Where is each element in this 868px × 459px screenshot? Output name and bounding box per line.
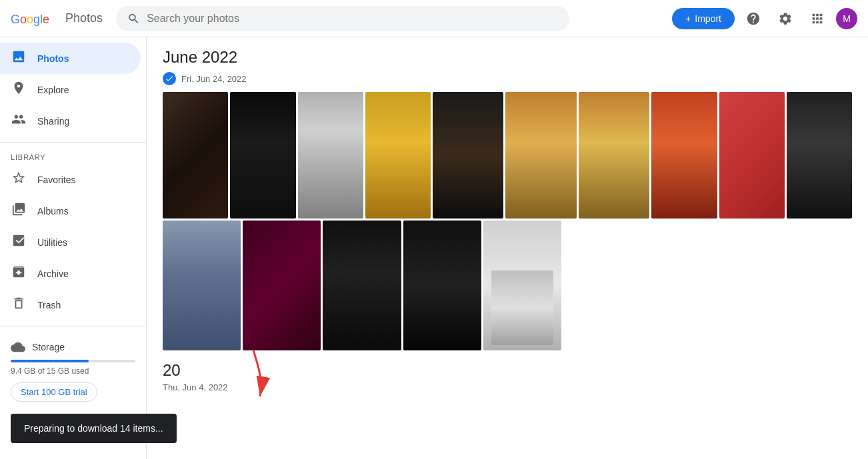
svg-text:Google: Google (11, 13, 49, 26)
storage-bar-fill (11, 360, 89, 362)
section2-title: 20 (163, 361, 852, 380)
sidebar-item-utilities[interactable]: Utilities (0, 227, 141, 258)
help-button[interactable] (740, 5, 767, 32)
search-icon (127, 12, 140, 25)
photo-item[interactable] (163, 92, 228, 219)
photo-item[interactable] (403, 221, 481, 350)
photo-item[interactable] (579, 92, 649, 219)
google-logo-icon: Google (11, 11, 60, 27)
trash-icon (11, 296, 27, 314)
start-trial-button[interactable]: Start 100 GB trial (11, 382, 97, 402)
storage-label: Storage (11, 340, 135, 354)
photo-item[interactable] (483, 221, 561, 350)
search-bar[interactable] (116, 6, 569, 31)
toast-message: Preparing to download 14 items... (24, 423, 163, 434)
photo-item[interactable] (323, 221, 401, 350)
help-icon (746, 11, 761, 26)
utilities-icon (11, 233, 27, 251)
explore-icon (11, 81, 27, 99)
settings-button[interactable] (772, 5, 799, 32)
apps-button[interactable] (804, 5, 831, 32)
sidebar: Photos Explore Sharing LIBRARY Favorites (0, 37, 147, 459)
sidebar-sharing-label: Sharing (37, 116, 69, 127)
search-input[interactable] (147, 13, 558, 25)
archive-icon (11, 264, 27, 282)
sidebar-trash-label: Trash (37, 300, 61, 310)
library-section-label: LIBRARY (0, 148, 146, 164)
photo-item[interactable] (505, 92, 576, 219)
sidebar-utilities-label: Utilities (37, 237, 67, 248)
storage-section: Storage 9.4 GB of 15 GB used Start 100 G… (0, 332, 146, 410)
photos-icon (11, 49, 27, 67)
import-button[interactable]: + Import (672, 8, 735, 29)
sidebar-archive-label: Archive (37, 268, 69, 279)
app-header: Google Photos + Import (0, 0, 868, 37)
sidebar-photos-label: Photos (37, 53, 69, 64)
sidebar-favorites-label: Favorites (37, 175, 76, 185)
section2-date: Thu, Jun 4, 2022 (163, 382, 852, 392)
sidebar-item-favorites[interactable]: Favorites (0, 164, 141, 195)
photo-item[interactable] (365, 92, 431, 219)
sidebar-divider-1 (0, 142, 146, 143)
photo-item[interactable] (651, 92, 717, 219)
date-row-1: Fri, Jun 24, 2022 (163, 72, 852, 85)
sharing-icon (11, 112, 27, 130)
header-actions: + Import M (672, 5, 857, 32)
date-check-icon (163, 72, 176, 85)
sidebar-explore-label: Explore (37, 85, 69, 95)
sidebar-albums-label: Albums (37, 206, 69, 217)
logo[interactable]: Google Photos (11, 11, 103, 27)
sidebar-item-archive[interactable]: Archive (0, 258, 141, 289)
storage-used-text: 9.4 GB of 15 GB used (11, 366, 135, 376)
settings-icon (778, 11, 793, 26)
storage-label-text: Storage (32, 342, 65, 352)
main-content: June 2022 Fri, Jun 24, 2022 (147, 37, 868, 459)
photo-row-1 (163, 92, 852, 219)
sidebar-divider-2 (0, 326, 146, 326)
apps-icon (810, 11, 825, 26)
favorites-icon (11, 171, 27, 189)
import-label: Import (695, 13, 721, 24)
albums-icon (11, 202, 27, 220)
avatar[interactable]: M (836, 8, 857, 29)
sidebar-item-photos[interactable]: Photos (0, 43, 141, 74)
sidebar-item-albums[interactable]: Albums (0, 195, 141, 227)
photo-empty-space (563, 221, 852, 350)
toast-notification: Preparing to download 14 items... (11, 414, 177, 443)
sidebar-item-trash[interactable]: Trash (0, 289, 141, 320)
import-plus-icon: + (685, 13, 691, 24)
photo-row-2 (163, 221, 852, 350)
next-section: 20 Thu, Jun 4, 2022 (163, 361, 852, 392)
cloud-icon (11, 340, 25, 354)
photo-item[interactable] (298, 92, 363, 219)
photo-item[interactable] (230, 92, 295, 219)
section1-title: June 2022 (163, 48, 852, 67)
photo-item[interactable] (243, 221, 321, 350)
sidebar-item-sharing[interactable]: Sharing (0, 105, 141, 137)
body: Photos Explore Sharing LIBRARY Favorites (0, 37, 868, 459)
photo-item[interactable] (787, 92, 852, 219)
photo-item[interactable] (163, 221, 241, 350)
sidebar-item-explore[interactable]: Explore (0, 74, 141, 105)
photo-item[interactable] (719, 92, 785, 219)
date-label-1: Fri, Jun 24, 2022 (181, 74, 247, 84)
photos-logo-text: Photos (65, 11, 103, 25)
photo-item[interactable] (433, 92, 503, 219)
storage-bar-bg (11, 360, 135, 362)
